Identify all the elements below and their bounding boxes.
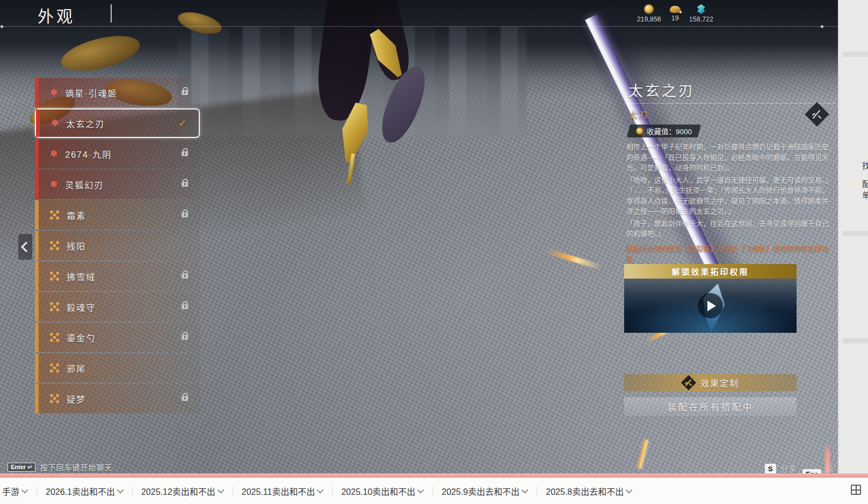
- coin-value: 219,856: [637, 16, 661, 23]
- bookmark-tab[interactable]: 2025.11卖出和不出: [241, 485, 325, 498]
- equip-status-bar[interactable]: 装配在所有搭配中: [624, 397, 797, 416]
- skin-row[interactable]: 拂雪绒: [35, 261, 200, 291]
- weapon-diamond-icon[interactable]: [806, 103, 828, 126]
- collection-coin-icon: [636, 127, 643, 135]
- grid-icon[interactable]: [851, 485, 861, 495]
- skin-label: 邪尾: [67, 362, 86, 375]
- tab-label: 2026.1卖出和不出: [46, 485, 115, 498]
- skin-row[interactable]: ✽ 谪星·引魂姬: [35, 78, 200, 107]
- lock-icon: [182, 213, 188, 217]
- currency-coin[interactable]: 219,856: [637, 4, 661, 23]
- tab-separator: [37, 486, 37, 495]
- play-icon: [707, 301, 716, 311]
- skin-label: 毅魂守: [67, 301, 96, 313]
- skin-label: 谪星·引魂姬: [65, 86, 117, 99]
- collection-value-badge: 收藏值：9000: [627, 125, 701, 137]
- bookmarks-bar: 手游 2026.1卖出和不出 2025.12卖出和不出 2025.11卖出和不出…: [0, 478, 868, 504]
- jade-icon: [697, 4, 705, 14]
- skin-label: 灵狐幻刃: [65, 178, 104, 191]
- share-action[interactable]: S 分享: [765, 463, 797, 473]
- skin-row[interactable]: 鎏金勺: [35, 323, 200, 352]
- tab-label: 2025.9卖出去和不出: [442, 485, 519, 498]
- skin-row[interactable]: 霜素: [35, 200, 200, 230]
- coin-icon: [644, 4, 654, 14]
- gold-flower-icon: [53, 335, 56, 339]
- fire-glint: [546, 248, 603, 270]
- gold-flower-icon: [53, 397, 56, 400]
- customize-label: 效果定制: [700, 376, 739, 389]
- chevron-down-icon: [417, 487, 424, 494]
- currency-jade[interactable]: 158,722: [689, 4, 713, 23]
- item-category: 太刀: [629, 108, 648, 121]
- s-key-badge: S: [765, 464, 776, 474]
- play-button[interactable]: [698, 293, 723, 318]
- game-viewport: 外观 219,856 19 158,722 ✽ 谪星·引魂姬 ✽ 太玄之刃 ✓: [0, 0, 838, 473]
- jade-value: 158,722: [689, 16, 713, 23]
- tab-label: 2025.12卖出和不出: [141, 485, 215, 498]
- tab-separator: [332, 486, 332, 495]
- red-flower-icon: ✽: [50, 88, 57, 97]
- bookmark-tab[interactable]: 2025.8卖出去和不出: [545, 485, 633, 498]
- chat-hint[interactable]: Enter ↵ 按下回车键开始聊天: [8, 462, 112, 472]
- skin-label: 拂雪绒: [67, 270, 96, 283]
- check-icon: ✓: [178, 117, 187, 129]
- chevron-left-icon: [21, 242, 32, 252]
- ingot-value: 19: [671, 14, 679, 22]
- share-label: 分享: [780, 463, 797, 473]
- skin-label: 鎏金勺: [67, 331, 96, 344]
- collapse-left-arrow[interactable]: [18, 234, 32, 260]
- bookmark-tab[interactable]: 手游: [1, 485, 29, 498]
- skin-list: ✽ 谪星·引魂姬 ✽ 太玄之刃 ✓ ✽ 2674·九阴 ✽ 灵狐幻刃 霜素 残阳: [35, 78, 200, 414]
- chevron-down-icon: [218, 487, 225, 494]
- page-edge-strip: 找 配单: [838, 0, 868, 473]
- bookmark-tab[interactable]: 2026.1卖出和不出: [45, 485, 125, 498]
- skin-row[interactable]: ✽ 2674·九阴: [35, 139, 200, 169]
- tab-label: 2025.10卖出和不出: [341, 485, 415, 498]
- skin-row[interactable]: 疑梦: [35, 384, 200, 413]
- tab-separator: [132, 486, 133, 495]
- esc-key-badge: Esc: [802, 469, 821, 474]
- ingot-icon: [670, 6, 681, 13]
- skin-row[interactable]: ✽ 灵狐幻刃: [35, 170, 200, 199]
- skin-label: 2674·九阴: [65, 148, 112, 160]
- gold-flower-icon: [53, 274, 56, 278]
- pink-divider-bar: [0, 473, 868, 478]
- item-description: 相传上一个甲子纪年时期，一对巨蝶将点燃仍记载于洲陆国家历史的奇遇——「既已投身入…: [626, 142, 835, 279]
- bookmark-tab[interactable]: 2025.10卖出和不出: [340, 485, 425, 498]
- effect-customize-button[interactable]: 效果定制: [624, 374, 797, 391]
- red-flower-icon: ✽: [50, 180, 57, 189]
- chevron-down-icon: [117, 487, 124, 494]
- skin-row[interactable]: 毅魂守: [35, 292, 200, 322]
- red-flower-icon: ✽: [51, 119, 59, 128]
- lock-icon: [182, 151, 188, 156]
- item-title: 太玄之刃: [628, 79, 695, 100]
- lock-icon: [182, 304, 188, 309]
- gold-flower-icon: [53, 213, 56, 217]
- chevron-down-icon: [317, 487, 324, 494]
- lock-icon: [182, 90, 188, 95]
- detail-divider: [624, 103, 836, 104]
- currency-ingot[interactable]: 19: [670, 4, 681, 23]
- tab-label: 手游: [2, 485, 19, 498]
- skin-label: 太玄之刃: [66, 117, 105, 130]
- gold-flower-icon: [53, 305, 56, 309]
- unlock-effect-banner[interactable]: 解锁效果拓印权限: [624, 264, 797, 279]
- skin-row[interactable]: 邪尾: [35, 353, 200, 383]
- tab-separator: [432, 486, 433, 495]
- skin-row-selected[interactable]: ✽ 太玄之刃 ✓: [35, 108, 200, 138]
- lock-icon: [182, 274, 188, 279]
- skin-label: 霜素: [67, 209, 86, 222]
- chevron-down-icon: [21, 487, 28, 494]
- text-cursor: [111, 4, 112, 23]
- collection-value: 收藏值：9000: [647, 126, 692, 136]
- skin-label: 疑梦: [67, 392, 86, 405]
- effect-preview-video[interactable]: [624, 279, 797, 333]
- back-action[interactable]: Esc 返回: [802, 463, 838, 473]
- bookmark-tab[interactable]: 2025.9卖出去和不出: [440, 485, 529, 498]
- bookmark-tab[interactable]: 2025.12卖出和不出: [140, 485, 225, 498]
- tab-label: 2025.11卖出和不出: [242, 485, 315, 498]
- skin-row[interactable]: 残阳: [35, 231, 200, 260]
- lock-icon: [182, 182, 188, 187]
- gold-flower-icon: [53, 244, 56, 247]
- header-divider: [0, 26, 838, 27]
